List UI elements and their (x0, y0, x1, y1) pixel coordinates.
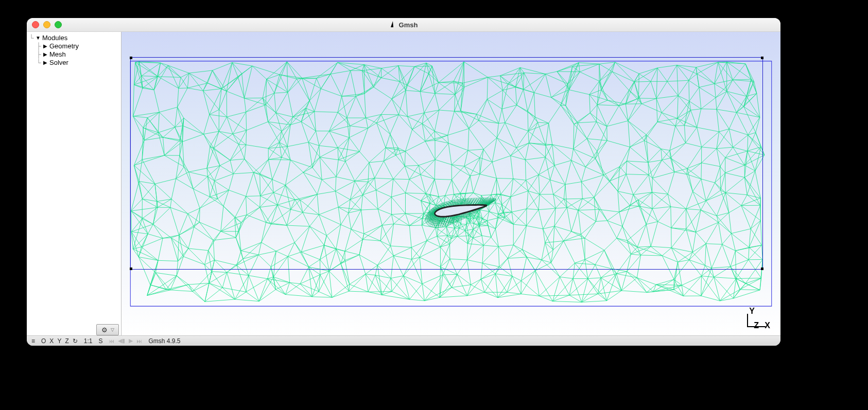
rotate-button[interactable]: ↻ (71, 337, 79, 345)
status-bar: ≡ O X Y Z ↻ 1:1 S ⏮ ◀▮ ▶ ⏭ Gmsh 4.9.5 (27, 335, 780, 346)
domain-boundary (130, 57, 763, 270)
axis-x-label: X (765, 321, 770, 330)
corner-point-icon (761, 268, 763, 270)
tree-label: Solver (48, 59, 68, 67)
graphics-viewport[interactable]: Y Z X (121, 32, 780, 335)
window-title: Gmsh (390, 21, 418, 29)
module-tree-panel: └ Modules ├ Geometry ├ Mesh (27, 32, 121, 335)
dropdown-caret-icon: ▽ (111, 327, 114, 332)
corner-point-icon (761, 57, 763, 59)
corner-point-icon (130, 268, 132, 270)
tree-label: Geometry (48, 42, 79, 50)
caret-right-icon[interactable] (42, 59, 48, 67)
rewind-button[interactable]: ⏮ (107, 338, 116, 344)
view-y-button[interactable]: Y (56, 337, 63, 345)
titlebar[interactable]: Gmsh (27, 18, 780, 32)
menu-icon[interactable]: ≡ (30, 337, 37, 345)
view-x-button[interactable]: X (48, 337, 55, 345)
fast-forward-button[interactable]: ⏭ (135, 338, 144, 344)
tree-elbow-icon: └ (28, 34, 35, 42)
corner-point-icon (130, 57, 132, 59)
select-mode-button[interactable]: S (97, 337, 104, 345)
window-title-text: Gmsh (399, 21, 418, 29)
step-back-button[interactable]: ◀▮ (116, 337, 127, 344)
options-button[interactable]: ⚙ ▽ (96, 324, 119, 335)
caret-down-icon[interactable] (35, 34, 41, 42)
caret-right-icon[interactable] (42, 42, 48, 50)
tree-branch-icon: ├ (35, 42, 42, 50)
axis-lines-icon (747, 314, 749, 327)
tree-elbow-icon: └ (35, 59, 42, 67)
tree-item-mesh[interactable]: ├ Mesh (35, 50, 120, 59)
app-logo-icon (390, 21, 396, 29)
axis-y-label: Y (749, 307, 755, 316)
version-label: Gmsh 4.9.5 (147, 337, 182, 345)
window-controls (32, 21, 62, 28)
close-icon[interactable] (32, 21, 39, 28)
tree-label: Modules (41, 34, 67, 42)
app-window: Gmsh └ Modules ├ Geometry (27, 18, 780, 346)
view-z-button[interactable]: Z (63, 337, 70, 345)
reset-scale-button[interactable]: 1:1 (82, 337, 94, 345)
gear-icon: ⚙ (101, 327, 108, 333)
tree-branch-icon: ├ (35, 50, 42, 59)
caret-right-icon[interactable] (42, 50, 48, 59)
axis-z-label: Z (754, 321, 759, 330)
tree-item-solver[interactable]: └ Solver (35, 59, 120, 67)
zoom-icon[interactable] (55, 21, 62, 28)
play-button[interactable]: ▶ (127, 337, 134, 344)
tree-label: Mesh (48, 50, 66, 59)
tree-item-geometry[interactable]: ├ Geometry (35, 42, 120, 50)
projection-toggle[interactable]: O (40, 337, 47, 345)
minimize-icon[interactable] (43, 21, 50, 28)
tree-root-modules[interactable]: └ Modules (28, 34, 120, 42)
